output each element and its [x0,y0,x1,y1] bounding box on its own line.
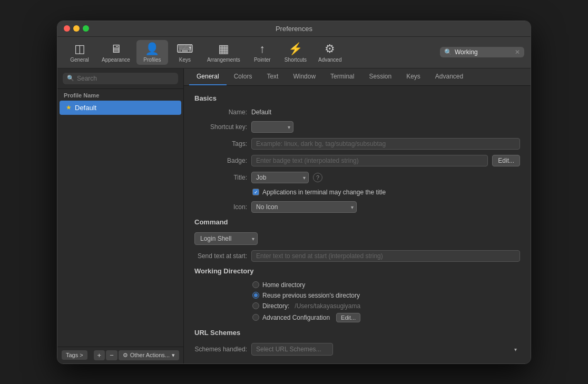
content-area: 🔍 Profile Name ★ Default Tags > + − ⚙ [57,68,531,363]
title-select-wrapper: Job Session Name Custom [251,172,309,183]
tab-bar: General Colors Text Window Terminal Sess… [184,68,531,86]
toolbar-item-keys[interactable]: ⌨ Keys [169,40,201,65]
traffic-lights [64,25,89,32]
shortcuts-icon: ⚡ [288,42,302,56]
toolbar: ◫ General 🖥 Appearance 👤 Profiles ⌨ Keys… [57,37,531,68]
shortcut-key-select[interactable] [251,121,293,133]
toolbar-search[interactable]: 🔍 ✕ [440,47,524,57]
toolbar-items: ◫ General 🖥 Appearance 👤 Profiles ⌨ Keys… [64,40,347,65]
directory-path: /Users/takayasugiyama [295,302,360,310]
send-text-input[interactable] [251,250,520,262]
maximize-button[interactable] [83,25,89,32]
badge-label: Badge: [194,157,247,164]
toolbar-label-appearance: Appearance [102,57,130,63]
url-schemes-title: URL Schemes [194,329,520,337]
sidebar-footer-actions: + − ⚙ Other Actions... ▾ [94,350,179,360]
other-actions-label: Other Actions... [130,352,170,358]
title-row: Title: Job Session Name Custom ? [194,172,520,183]
radio-dir[interactable] [252,302,259,309]
schemes-select[interactable]: Select URL Schemes... [251,343,333,356]
badge-row: Badge: Edit... [194,155,520,166]
clear-search-icon[interactable]: ✕ [515,48,520,56]
title-checkbox-label: Applications in terminal may change the … [262,189,386,196]
toolbar-label-general: General [70,57,89,63]
schemes-select-wrapper: Select URL Schemes... [251,343,520,356]
keys-icon: ⌨ [177,42,193,56]
command-select[interactable]: Login Shell Custom Shell Command [194,232,258,245]
tab-keys[interactable]: Keys [399,68,428,85]
toolbar-item-general[interactable]: ◫ General [64,40,95,65]
tab-text[interactable]: Text [259,68,286,85]
radio-home[interactable] [252,281,259,288]
arrangements-icon: ▦ [218,42,229,56]
send-text-row: Send text at start: [194,250,520,262]
name-value: Default [251,109,271,116]
toolbar-item-profiles[interactable]: 👤 Profiles [136,40,168,65]
titlebar: Preferences [57,21,531,37]
working-dir-radio-group: Home directory Reuse previous session's … [252,281,520,322]
icon-row: Icon: No Icon [194,201,520,213]
search-input[interactable] [455,48,512,56]
tab-window[interactable]: Window [286,68,323,85]
schemes-label: Schemes handled: [194,346,247,353]
add-profile-button[interactable]: + [94,350,105,360]
radio-reuse-row: Reuse previous session's directory [252,292,520,299]
close-button[interactable] [64,25,70,32]
toolbar-item-appearance[interactable]: 🖥 Appearance [96,40,135,65]
general-icon: ◫ [74,42,85,56]
title-label: Title: [194,174,247,181]
tags-input[interactable] [251,138,520,150]
title-checkbox-row: ✓ Applications in terminal may change th… [252,189,520,196]
checkmark-icon: ✓ [254,190,258,195]
profile-list-header: Profile Name [57,89,183,101]
basics-section-title: Basics [194,94,520,102]
radio-advanced-config[interactable] [252,314,259,321]
title-select[interactable]: Job Session Name Custom [251,172,309,183]
toolbar-label-profiles: Profiles [143,57,161,63]
toolbar-item-shortcuts[interactable]: ⚡ Shortcuts [279,40,312,65]
title-help-button[interactable]: ? [313,173,322,182]
radio-home-row: Home directory [252,281,520,289]
icon-select-wrapper: No Icon [251,201,357,213]
command-select-wrapper: Login Shell Custom Shell Command [194,232,258,245]
other-actions-button[interactable]: ⚙ Other Actions... ▾ [119,350,179,360]
tab-advanced[interactable]: Advanced [428,68,471,85]
toolbar-item-pointer[interactable]: ↑ Pointer [247,40,278,65]
preferences-window: Preferences ◫ General 🖥 Appearance 👤 Pro… [57,21,531,364]
tab-colors[interactable]: Colors [227,68,260,85]
sidebar-search-input[interactable] [77,75,174,82]
sidebar: 🔍 Profile Name ★ Default Tags > + − ⚙ [57,68,184,363]
star-icon: ★ [66,104,72,111]
tags-button[interactable]: Tags > [62,350,87,360]
toolbar-item-advanced[interactable]: ⚙ Advanced [313,40,347,65]
search-icon: 🔍 [444,48,452,56]
tab-terminal[interactable]: Terminal [323,68,361,85]
badge-input-area: Edit... [251,155,520,166]
pointer-icon: ↑ [259,42,265,56]
gear-icon: ⚙ [123,352,128,359]
badge-edit-button[interactable]: Edit... [492,155,520,166]
working-dir-divider: Working Directory [194,267,520,275]
panel-content: Basics Name: Default Shortcut key: [184,86,531,363]
toolbar-label-shortcuts: Shortcuts [285,57,307,63]
minimize-button[interactable] [73,25,80,32]
icon-select[interactable]: No Icon [251,201,357,213]
chevron-down-icon: ▾ [172,352,175,359]
tags-row: Tags: [194,138,520,150]
toolbar-item-arrangements[interactable]: ▦ Arrangements [202,40,246,65]
tab-session[interactable]: Session [361,68,399,85]
badge-input[interactable] [251,155,488,166]
appearance-icon: 🖥 [110,42,122,56]
advanced-icon: ⚙ [325,42,335,56]
advanced-config-edit-button[interactable]: Edit... [336,313,360,322]
url-schemes-section: URL Schemes Schemes handled: Select URL … [194,329,520,356]
send-text-label: Send text at start: [194,252,247,260]
tab-general[interactable]: General [189,68,227,85]
radio-home-label: Home directory [262,281,305,289]
remove-profile-button[interactable]: − [106,350,117,360]
title-change-checkbox[interactable]: ✓ [252,189,259,195]
radio-reuse[interactable] [252,292,259,299]
window-title: Preferences [276,25,312,33]
icon-label: Icon: [194,203,247,211]
profile-item-default[interactable]: ★ Default [60,101,181,115]
